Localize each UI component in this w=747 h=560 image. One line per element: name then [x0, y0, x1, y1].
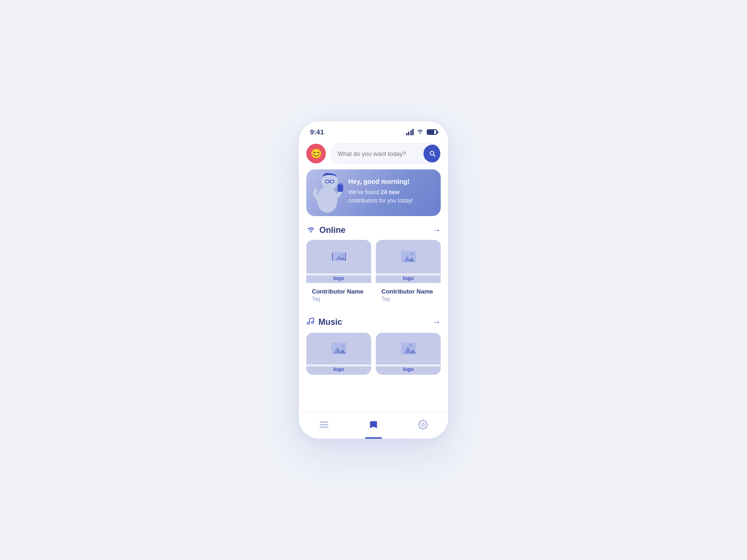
- search-button[interactable]: [423, 145, 441, 162]
- status-icons: [406, 128, 437, 135]
- svg-rect-3: [330, 180, 334, 183]
- music-logo-label-1: logo: [306, 366, 371, 375]
- banner-text: Hey, good morning! We've found 24 new co…: [348, 178, 432, 205]
- card-image-2: [376, 240, 441, 273]
- online-arrow[interactable]: →: [432, 225, 441, 235]
- music-logo-label-2: logo: [376, 366, 441, 375]
- music-section-title: Music: [318, 317, 342, 327]
- card-image-1: [306, 240, 371, 273]
- nav-item-menu[interactable]: [311, 418, 337, 434]
- banner-body: We've found 24 new contributors for you …: [348, 188, 432, 205]
- svg-point-0: [317, 187, 338, 213]
- search-icon: [429, 150, 436, 157]
- banner-count: 24 new: [381, 189, 399, 196]
- svg-point-18: [341, 344, 344, 347]
- bottom-nav: [299, 412, 448, 439]
- bookmark-icon: [369, 420, 378, 432]
- menu-icon: [319, 420, 329, 432]
- svg-point-26: [422, 423, 425, 426]
- search-row: 😊: [299, 139, 448, 169]
- online-section-title: Online: [319, 225, 345, 235]
- music-card-image-2: [376, 333, 441, 364]
- card-info-1: Contributor Name Tag: [306, 283, 371, 307]
- phone-shell: 9:41 😊: [299, 121, 448, 439]
- phone-content: 😊: [299, 139, 448, 412]
- card-tag-2: Tag: [381, 296, 435, 301]
- signal-icon: [406, 129, 414, 135]
- online-section-header: Online →: [299, 224, 448, 240]
- svg-rect-6: [338, 183, 343, 185]
- card-contributor-name-1: Contributor Name: [312, 288, 366, 295]
- banner: Hey, good morning! We've found 24 new co…: [306, 169, 441, 216]
- settings-icon: [418, 420, 428, 432]
- wifi-status-icon: [416, 128, 424, 135]
- music-card-image-1: [306, 333, 371, 364]
- card-logo-label-1: logo: [306, 275, 371, 283]
- wifi-section-icon: [306, 225, 316, 235]
- nav-item-bookmark[interactable]: [361, 418, 386, 434]
- card-tag-1: Tag: [312, 296, 366, 301]
- banner-figure: [306, 169, 348, 216]
- status-time: 9:41: [310, 128, 324, 136]
- online-cards-row: logo Contributor Name Tag logo: [299, 240, 448, 315]
- svg-rect-2: [325, 180, 329, 183]
- online-card-1[interactable]: logo Contributor Name Tag: [306, 240, 371, 307]
- search-input[interactable]: [331, 146, 423, 162]
- svg-point-22: [409, 343, 413, 347]
- svg-point-10: [341, 253, 343, 256]
- nav-item-settings[interactable]: [410, 418, 436, 434]
- banner-body-suffix: contributors for you today!: [348, 197, 413, 204]
- music-section-icon: [306, 316, 315, 328]
- battery-icon: [427, 129, 437, 135]
- avatar-button[interactable]: 😊: [306, 144, 326, 163]
- card-logo-label-2: logo: [376, 275, 441, 283]
- status-bar: 9:41: [299, 121, 448, 139]
- svg-point-14: [410, 252, 413, 256]
- music-card-2[interactable]: logo: [376, 333, 441, 375]
- card-contributor-name-2: Contributor Name: [381, 288, 435, 295]
- music-cards-row: logo logo: [299, 333, 448, 378]
- music-section-header: Music →: [299, 315, 448, 333]
- music-arrow[interactable]: →: [432, 317, 441, 327]
- music-card-1[interactable]: logo: [306, 333, 371, 375]
- banner-body-prefix: We've found: [348, 189, 381, 196]
- search-bar: [331, 143, 441, 164]
- avatar-emoji: 😊: [310, 148, 322, 159]
- svg-rect-5: [338, 184, 343, 192]
- card-info-2: Contributor Name Tag: [376, 283, 441, 307]
- banner-greeting: Hey, good morning!: [348, 178, 432, 185]
- online-card-2[interactable]: logo Contributor Name Tag: [376, 240, 441, 307]
